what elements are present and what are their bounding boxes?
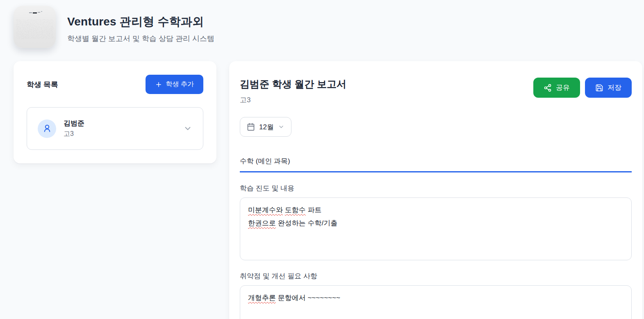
student-grade: 고3 [64,130,176,138]
progress-textarea[interactable]: 미분계수와 도함수 파트한권으로 완성하는 수학/기출 [240,197,632,260]
logo-noise-pattern [14,6,56,48]
share-button-label: 공유 [556,83,570,92]
page-subtitle: 학생별 월간 보고서 및 학습 상담 관리 시스템 [67,34,214,44]
chevron-down-icon[interactable] [183,124,192,133]
progress-field-label: 학습 진도 및 내용 [240,184,632,193]
page-title: Ventures 관리형 수학과외 [67,14,214,30]
student-list-title: 학생 목록 [27,80,58,90]
month-selector[interactable]: 12월 [240,117,291,137]
share-icon [544,84,552,92]
chevron-down-icon [278,124,284,130]
report-title: 김범준 학생 월간 보고서 [240,78,346,91]
month-value: 12월 [259,122,274,132]
student-name: 김범준 [64,119,176,128]
weakness-textarea[interactable]: 개형추론 문항에서 ~~~~~~~~ [240,285,632,319]
report-grade: 고3 [240,95,346,105]
weakness-field-label: 취약점 및 개선 필요 사항 [240,271,632,281]
share-button[interactable]: 공유 [533,78,580,98]
tab-subject-math[interactable]: 수학 (메인 과목) [240,156,632,172]
student-list-item[interactable]: 김범준 고3 [27,107,203,150]
save-button-label: 저장 [608,83,621,92]
plus-icon [155,81,162,88]
app-header: Ventures 관리형 수학과외 학생별 월간 보고서 및 학습 상담 관리 … [0,0,644,48]
add-student-label: 학생 추가 [166,80,194,89]
user-round-icon [42,124,52,133]
save-icon [595,84,603,92]
student-list-panel: 학생 목록 학생 추가 김범준 고3 [14,61,216,163]
avatar [38,119,56,138]
app-logo [14,6,56,48]
save-button[interactable]: 저장 [585,78,632,98]
report-panel: 김범준 학생 월간 보고서 고3 12월 공유 [229,61,642,319]
calendar-icon [247,123,255,131]
add-student-button[interactable]: 학생 추가 [146,75,203,94]
